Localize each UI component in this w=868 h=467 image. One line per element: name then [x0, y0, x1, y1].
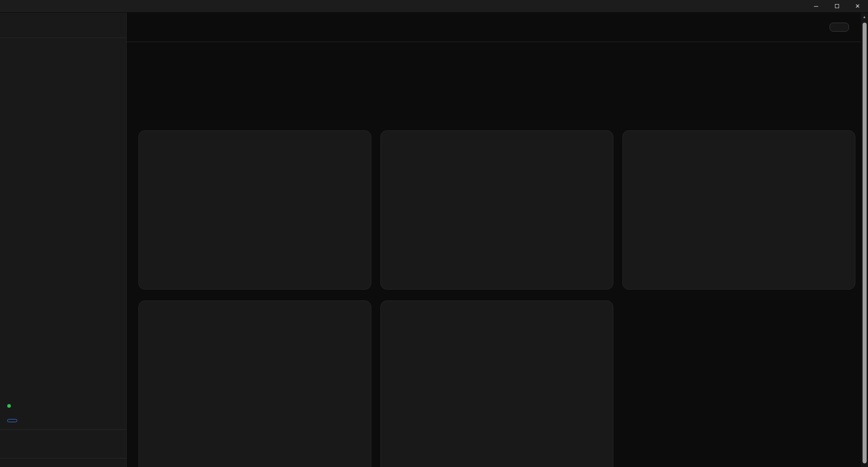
avatar-icon [7, 435, 24, 452]
charts-grid [138, 130, 855, 467]
version-label [0, 458, 126, 467]
settings-icon[interactable] [791, 0, 806, 12]
brand [0, 13, 126, 38]
sync-card-icon[interactable] [112, 402, 119, 410]
night-work-chart-card [138, 300, 371, 467]
brand-logo-icon [7, 20, 19, 32]
close-button[interactable]: ✕ [847, 0, 868, 12]
sidebar-nav [0, 38, 126, 43]
activity-pie-chart-card [380, 130, 613, 290]
scrollbar-thumb[interactable] [863, 23, 867, 463]
page-header [127, 13, 861, 42]
scroll-up-arrow[interactable]: ▲ [861, 15, 868, 19]
app-logo-icon [5, 3, 12, 10]
sync-card-icon[interactable] [776, 0, 791, 12]
monthly-distances-chart-card [138, 130, 371, 290]
sync-panel [0, 398, 126, 424]
vertical-scrollbar[interactable]: ▲ [861, 13, 868, 467]
content [127, 42, 861, 467]
profile-panel [0, 430, 126, 455]
main-area [127, 13, 868, 467]
bar-chart-icon [139, 20, 153, 34]
stats-row [138, 55, 855, 121]
maximize-button[interactable] [826, 0, 847, 12]
titlebar: ─ ✕ [0, 0, 868, 13]
sidebar [0, 13, 127, 467]
coffee-icon[interactable] [761, 0, 776, 12]
subscription-badge [7, 419, 17, 422]
titlebar-actions: ─ ✕ [746, 0, 868, 12]
sync-status-dot [7, 404, 11, 408]
app-window: ─ ✕ [0, 0, 868, 467]
minimize-button[interactable]: ─ [806, 0, 826, 12]
user-icon[interactable] [746, 0, 761, 12]
highlights-card [380, 300, 613, 467]
refresh-button[interactable] [830, 23, 849, 32]
week-distances-chart-card [622, 130, 855, 290]
